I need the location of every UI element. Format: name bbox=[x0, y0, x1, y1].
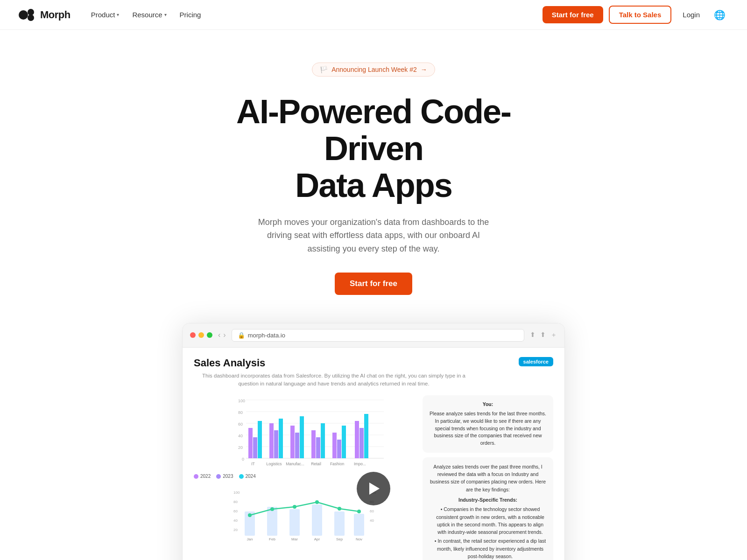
browser-mockup: ‹ › 🔒 morph-data.io ⬆ ⬆ ＋ Sales Analysis… bbox=[182, 323, 565, 560]
svg-point-2 bbox=[28, 14, 34, 21]
svg-rect-29 bbox=[342, 426, 346, 458]
svg-point-55 bbox=[270, 507, 274, 511]
badge-arrow: → bbox=[421, 66, 427, 73]
svg-point-58 bbox=[338, 507, 341, 511]
svg-rect-22 bbox=[295, 433, 299, 458]
svg-text:Mar: Mar bbox=[291, 537, 298, 541]
hero-subtitle: Morph moves your organization's data fro… bbox=[252, 216, 495, 256]
svg-text:Nov: Nov bbox=[356, 537, 362, 541]
url-bar[interactable]: 🔒 morph-data.io bbox=[232, 329, 524, 342]
svg-text:Impo...: Impo... bbox=[354, 462, 366, 466]
svg-rect-18 bbox=[269, 423, 274, 458]
nav-right: Start for free Talk to Sales Login 🌐 bbox=[543, 6, 728, 24]
dashboard-desc: This dashboard incorporates data from Sa… bbox=[194, 372, 474, 388]
svg-text:60: 60 bbox=[238, 422, 243, 427]
badge-emoji: 🏳️ bbox=[320, 66, 328, 73]
browser-bar: ‹ › 🔒 morph-data.io ⬆ ⬆ ＋ bbox=[183, 323, 564, 348]
brand-name: Morph bbox=[40, 9, 70, 21]
nav-pricing[interactable]: Pricing bbox=[174, 7, 207, 22]
svg-point-56 bbox=[293, 505, 296, 509]
svg-rect-15 bbox=[248, 428, 253, 458]
svg-text:Jan: Jan bbox=[247, 537, 253, 541]
play-icon bbox=[369, 483, 380, 495]
svg-rect-50 bbox=[289, 509, 300, 536]
nav-resource[interactable]: Resource ▾ bbox=[127, 7, 172, 22]
nav-login-button[interactable]: Login bbox=[677, 7, 705, 22]
tl-minimize[interactable] bbox=[198, 332, 204, 338]
svg-rect-20 bbox=[279, 419, 283, 458]
svg-text:80: 80 bbox=[238, 410, 243, 415]
nav-left: Morph Product ▾ Resource ▾ Pricing bbox=[19, 7, 206, 22]
user-message: You: Please analyze sales trends for the… bbox=[423, 395, 553, 453]
svg-rect-19 bbox=[274, 430, 278, 458]
hero-title: AI-Powered Code-Driven Data Apps bbox=[210, 93, 537, 204]
announce-badge[interactable]: 🏳️ Announcing Launch Week #2 → bbox=[312, 63, 435, 77]
svg-rect-28 bbox=[337, 440, 341, 458]
svg-text:100: 100 bbox=[233, 490, 240, 495]
forward-icon[interactable]: › bbox=[223, 331, 226, 339]
svg-text:40: 40 bbox=[238, 434, 243, 438]
svg-rect-51 bbox=[312, 504, 322, 536]
svg-rect-25 bbox=[316, 437, 320, 458]
svg-point-54 bbox=[248, 513, 252, 517]
svg-rect-23 bbox=[300, 416, 304, 458]
lock-icon: 🔒 bbox=[238, 332, 245, 339]
upload-icon[interactable]: ⬆ bbox=[540, 331, 546, 339]
ai-chat-panel: You: Please analyze sales trends for the… bbox=[423, 395, 553, 560]
nav-talk-button[interactable]: Talk to Sales bbox=[609, 6, 672, 24]
dashboard-content: Sales Analysis salesforce This dashboard… bbox=[183, 348, 564, 560]
svg-text:80: 80 bbox=[233, 500, 238, 504]
morph-logo-icon bbox=[19, 8, 35, 21]
logo[interactable]: Morph bbox=[19, 8, 70, 21]
back-icon[interactable]: ‹ bbox=[218, 331, 220, 339]
share-icon[interactable]: ⬆ bbox=[530, 331, 536, 339]
svg-text:60: 60 bbox=[370, 509, 374, 513]
svg-rect-30 bbox=[355, 421, 359, 458]
nav-start-button[interactable]: Start for free bbox=[543, 6, 603, 23]
nav-links: Product ▾ Resource ▾ Pricing bbox=[85, 7, 207, 22]
browser-nav-arrows[interactable]: ‹ › bbox=[218, 331, 226, 339]
svg-point-59 bbox=[357, 510, 361, 513]
dashboard-title: Sales Analysis bbox=[194, 357, 265, 369]
svg-text:Retail: Retail bbox=[311, 462, 321, 466]
navbar: Morph Product ▾ Resource ▾ Pricing Start… bbox=[0, 0, 747, 30]
nav-product[interactable]: Product ▾ bbox=[85, 7, 125, 22]
svg-rect-17 bbox=[258, 421, 262, 458]
svg-rect-24 bbox=[311, 430, 316, 458]
svg-text:60: 60 bbox=[233, 509, 238, 513]
svg-text:Sep: Sep bbox=[336, 537, 343, 541]
svg-rect-21 bbox=[290, 426, 295, 458]
svg-rect-49 bbox=[267, 507, 277, 536]
dashboard-header: Sales Analysis salesforce bbox=[194, 357, 553, 369]
new-tab-icon[interactable]: ＋ bbox=[550, 331, 557, 339]
hero-cta-button[interactable]: Start for free bbox=[335, 273, 412, 295]
svg-text:20: 20 bbox=[238, 445, 243, 450]
salesforce-badge: salesforce bbox=[519, 357, 553, 366]
svg-text:Feb: Feb bbox=[269, 537, 275, 541]
resource-chevron: ▾ bbox=[164, 12, 167, 17]
svg-point-57 bbox=[315, 500, 319, 504]
hero-section: 🏳️ Announcing Launch Week #2 → AI-Powere… bbox=[0, 30, 747, 560]
svg-text:Manufac...: Manufac... bbox=[286, 462, 304, 466]
svg-rect-16 bbox=[253, 437, 257, 458]
browser-actions: ⬆ ⬆ ＋ bbox=[530, 331, 557, 339]
svg-point-0 bbox=[19, 10, 28, 20]
svg-text:0: 0 bbox=[242, 457, 244, 462]
svg-rect-26 bbox=[321, 423, 325, 458]
language-icon[interactable]: 🌐 bbox=[711, 7, 728, 23]
tl-close[interactable] bbox=[190, 332, 196, 338]
svg-text:20: 20 bbox=[233, 528, 238, 532]
bar-chart: 100 80 60 40 20 0 bbox=[194, 395, 415, 481]
svg-point-1 bbox=[28, 9, 34, 15]
product-chevron: ▾ bbox=[117, 12, 119, 17]
video-play-overlay bbox=[357, 472, 390, 505]
svg-text:40: 40 bbox=[370, 518, 374, 523]
svg-text:Fashion: Fashion bbox=[330, 462, 345, 466]
tl-fullscreen[interactable] bbox=[207, 332, 212, 338]
traffic-lights bbox=[190, 332, 212, 338]
svg-text:IT: IT bbox=[251, 462, 255, 466]
svg-rect-52 bbox=[334, 511, 345, 536]
play-button[interactable] bbox=[357, 472, 390, 505]
svg-text:40: 40 bbox=[233, 518, 238, 523]
bar-chart-svg: 100 80 60 40 20 0 bbox=[194, 395, 415, 470]
